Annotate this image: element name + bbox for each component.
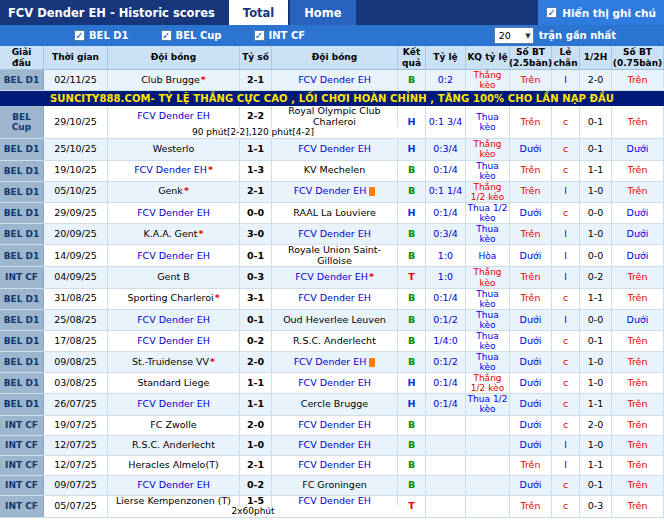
match-row: BEL D126/07/25FCV Dender EH1-1Cercle Bru… [0,394,664,415]
handicap-line-link[interactable]: 0:1 3/4 [426,106,466,138]
filter-bel-d1[interactable]: BEL D1 [74,30,129,41]
ad-banner[interactable]: SUNCITY888.COM- TỶ LỆ THẮNG CỰC CAO , LỐ… [0,91,664,106]
away-team-link[interactable]: FCV Dender EH [298,293,371,304]
away-team-link[interactable]: FCV Dender EH [298,420,371,431]
league-cell: BEL D1 [0,352,44,372]
home-team-link[interactable]: FCV Dender EH [137,111,210,122]
handicap-line-link[interactable]: 0:1/4 [426,394,466,414]
home-team-link[interactable]: Sporting Charleroi [127,293,213,304]
odd-even: c [552,106,580,138]
home-team-link[interactable]: K.A.A. Gent [144,229,198,240]
handicap-line-link [426,436,466,455]
tab-total[interactable]: Total [229,0,288,25]
away-team-link[interactable]: Oud Heverlee Leuven [283,315,386,326]
handicap-line-link[interactable]: 0:1/2 [426,310,466,330]
recent-count-value: 20 [499,30,511,41]
handicap-line-link[interactable]: 0:1 1/4 [426,182,466,202]
match-columns: K.A.A. Gent*3-0FCV Dender EH [108,224,398,244]
match-score: 0-2 [240,331,272,351]
away-team-link[interactable]: Royal Olympic Club Charleroi [273,106,396,127]
over-under-2-5-goals: Dưới [510,203,552,223]
handicap-line-link[interactable]: 0:1/2 [426,352,466,372]
recent-count-select[interactable]: 20 ▼ [494,27,534,44]
match-columns: Heracles Almelo(T)2-1FCV Dender EH [108,456,398,475]
handicap-line-link[interactable]: 0:1/4 [426,161,466,181]
home-team-link[interactable]: FCV Dender EH [134,165,207,176]
away-team-link[interactable]: Royale Union Saint-Gilloise [273,245,396,266]
odd-even: c [552,352,580,372]
handicap-line-link[interactable]: 0:2 [426,70,466,90]
away-team-link[interactable]: FCV Dender EH [298,378,371,389]
half-time-score: 1-0 [580,436,612,455]
checkbox-icon[interactable] [546,7,557,18]
handicap-line-link[interactable]: 0:3/4 [426,224,466,244]
home-team-link[interactable]: FCV Dender EH [137,399,210,410]
away-team-link[interactable]: FCV Dender EH [298,496,371,507]
home-team-link[interactable]: Gent B [157,272,190,283]
odd-even: c [552,331,580,351]
over-under-0-75-goals: Trên [612,416,664,435]
handicap-line-link [426,476,466,495]
away-team-link[interactable]: FCV Dender EH [295,272,368,283]
home-team-link[interactable]: Westerlo [153,144,195,155]
handicap-line-link[interactable]: 1:0 [426,245,466,266]
over-under-0-75-goals: Trên [612,373,664,393]
handicap-line-link[interactable]: 0:1/4 [426,373,466,393]
home-team-link[interactable]: FCV Dender EH [137,251,210,262]
home-team-link[interactable]: FC Zwolle [150,420,196,431]
away-team-link[interactable]: FCV Dender EH [298,440,371,451]
handicap-line-link[interactable]: 0:1/4 [426,203,466,223]
handicap-result: Thắng kèo [466,139,510,159]
home-team-link[interactable]: FCV Dender EH [137,336,210,347]
tab-home[interactable]: Home [290,0,355,25]
home-team-link[interactable]: FCV Dender EH [137,315,210,326]
away-team-link[interactable]: RAAL La Louviere [293,208,376,219]
away-team-link[interactable]: FC Groningen [302,480,367,491]
column-header: Đội bóng [272,46,398,69]
away-team-link[interactable]: FCV Dender EH [298,229,371,240]
away-team-link[interactable]: R.S.C. Anderlecht [293,336,376,347]
match-score: 3-0 [240,224,272,244]
away-team-link[interactable]: Cercle Brugge [301,399,368,410]
checkbox-icon[interactable] [254,30,265,41]
home-team-link[interactable]: FCV Dender EH [137,480,210,491]
home-team-link[interactable]: Club Brugge [141,75,200,86]
checkbox-icon[interactable] [74,30,85,41]
odd-even: c [552,496,580,518]
match-score: 2-2 [240,106,272,127]
match-row: BEL D109/08/25St.-Truidense VV*2-0FCV De… [0,352,664,373]
handicap-line-link[interactable]: 0:3/4 [426,139,466,159]
half-time-score: 1-0 [580,373,612,393]
home-team-link[interactable]: R.S.C. Anderlecht [132,440,215,451]
over-under-0-75-goals: Trên [612,267,664,287]
result-letter: H [398,373,426,393]
show-notes-toggle[interactable]: Hiển thị ghi chú [538,0,664,25]
filter-int-cf[interactable]: INT CF [254,30,306,41]
home-team-cell: St.-Truidense VV* [108,352,240,372]
table-header: Giải đấu Thời gian Đội bóng Tỷ số Đội bó… [0,46,664,70]
away-team-link[interactable]: FCV Dender EH [298,460,371,471]
over-under-0-75-goals: Trên [612,476,664,495]
home-team-link[interactable]: Heracles Almelo(T) [128,460,218,471]
match-date: 09/08/25 [44,352,108,372]
away-team-link[interactable]: FCV Dender EH [298,144,371,155]
home-team-cell: FCV Dender EH [108,331,240,351]
filter-bel-cup[interactable]: BEL Cup [161,30,222,41]
home-team-link[interactable]: Genk [158,186,183,197]
checkbox-icon[interactable] [161,30,172,41]
match-columns: FCV Dender EH*1-3KV Mechelen [108,161,398,181]
home-team-link[interactable]: St.-Truidense VV [132,357,209,368]
home-team-link[interactable]: Standard Liege [138,378,210,389]
handicap-line-link[interactable]: 1/4:0 [426,331,466,351]
handicap-line-link[interactable]: 0:1/4 [426,289,466,309]
home-team-link[interactable]: Lierse Kempenzonen (T) [116,496,231,507]
away-team-link[interactable]: FCV Dender EH [294,357,367,368]
home-team-link[interactable]: FCV Dender EH [137,208,210,219]
handicap-line-link[interactable]: 1:0 [426,267,466,287]
half-time-score: 1-0 [580,182,612,202]
away-team-link[interactable]: FCV Dender EH [298,75,371,86]
away-team-link[interactable]: FCV Dender EH [294,186,367,197]
away-team-link[interactable]: KV Mechelen [304,165,365,176]
match-row: INT CF05/07/25Lierse Kempenzonen (T)1-5F… [0,496,664,519]
league-cell: INT CF [0,436,44,455]
